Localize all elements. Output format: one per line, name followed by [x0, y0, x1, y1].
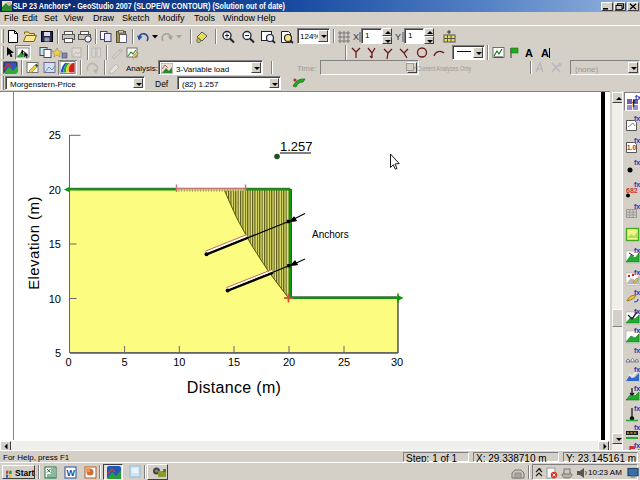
- svg-text:fx: fx: [634, 385, 640, 392]
- svg-text:fx: fx: [634, 247, 640, 254]
- svg-text:5: 5: [122, 356, 128, 368]
- svg-text:A: A: [525, 47, 533, 59]
- svg-text:1.0: 1.0: [627, 144, 636, 151]
- svg-text:Distance (m): Distance (m): [187, 379, 281, 396]
- svg-text:15: 15: [49, 238, 61, 250]
- svg-text:fx: fx: [634, 366, 640, 373]
- svg-text:Y: Y: [395, 32, 401, 42]
- svg-text:fx: fx: [634, 203, 640, 210]
- svg-text:fx: fx: [634, 405, 640, 412]
- svg-text:fx: fx: [634, 308, 640, 315]
- svg-text:fx: fx: [634, 327, 640, 334]
- svg-text:20: 20: [49, 184, 61, 196]
- svg-text:15: 15: [228, 356, 240, 368]
- svg-text:fx: fx: [635, 94, 640, 101]
- svg-text:fx: fx: [634, 347, 640, 354]
- svg-text:20: 20: [283, 356, 295, 368]
- svg-text:W: W: [67, 468, 76, 478]
- svg-text:0: 0: [65, 356, 71, 368]
- svg-text:5: 5: [55, 347, 61, 359]
- svg-text:fx: fx: [634, 269, 640, 276]
- svg-text:fx: fx: [634, 115, 640, 122]
- svg-text:fx: fx: [634, 159, 640, 166]
- svg-text:Anchors: Anchors: [312, 229, 349, 240]
- svg-text:fx: fx: [634, 181, 640, 188]
- svg-text:10: 10: [173, 356, 185, 368]
- svg-text:fx: fx: [634, 137, 640, 144]
- svg-text:25: 25: [338, 356, 350, 368]
- svg-text:A: A: [541, 47, 549, 59]
- svg-text:fx: fx: [634, 442, 640, 449]
- svg-text:1.257: 1.257: [280, 139, 313, 154]
- svg-text:682: 682: [626, 187, 638, 194]
- svg-text:fx: fx: [634, 289, 640, 296]
- svg-text:Elevation (m): Elevation (m): [25, 196, 42, 290]
- svg-text:X: X: [353, 32, 359, 42]
- svg-text:fx: fx: [634, 424, 640, 431]
- svg-text:30: 30: [391, 356, 403, 368]
- svg-text:25: 25: [49, 129, 61, 141]
- svg-text:10: 10: [49, 293, 61, 305]
